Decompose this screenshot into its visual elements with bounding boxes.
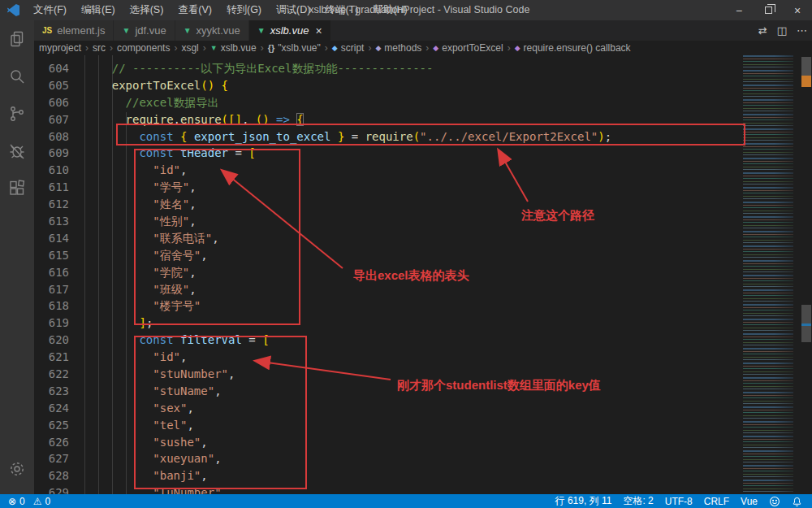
- close-icon: ×: [794, 4, 801, 17]
- tab-bar: JSelement.js▼jdf.vue▼xyykt.vue▼xslb.vue×: [34, 20, 812, 41]
- breadcrumb-item[interactable]: ▼xslb.vue: [210, 42, 257, 54]
- breadcrumb: myproject›src›components›xsgl›▼xslb.vue›…: [39, 41, 770, 55]
- breadcrumb-item[interactable]: myproject: [39, 42, 81, 54]
- status-eol[interactable]: CRLF: [704, 496, 729, 507]
- breadcrumb-item[interactable]: xsgl: [181, 42, 198, 54]
- menu-item[interactable]: 查看(V): [171, 0, 219, 20]
- window-title: xslb.vue - graduationProject - Visual St…: [309, 0, 529, 20]
- source-control-icon[interactable]: [0, 95, 34, 132]
- breadcrumb-item[interactable]: ◆exportToExcel: [433, 42, 503, 54]
- code-line[interactable]: 606 //excel数据导出: [34, 94, 812, 111]
- line-number: 624: [34, 400, 73, 417]
- annotation-box: [116, 124, 745, 145]
- open-changes-button[interactable]: ⇄: [758, 24, 767, 37]
- line-number: 610: [34, 162, 73, 179]
- breadcrumb-label: require.ensure() callback: [524, 42, 631, 54]
- feedback-smiley-icon[interactable]: [769, 496, 780, 507]
- line-number: 605: [34, 77, 73, 94]
- status-error-count[interactable]: ⊗0: [8, 496, 25, 507]
- status-problems[interactable]: ⊗0⚠0: [0, 496, 50, 507]
- breadcrumb-item[interactable]: src: [93, 42, 106, 54]
- restore-button[interactable]: [754, 0, 783, 20]
- tab-close-icon[interactable]: ×: [315, 25, 322, 37]
- debug-icon[interactable]: [0, 132, 34, 170]
- more-actions-button[interactable]: ⋯: [797, 24, 807, 37]
- search-icon[interactable]: [0, 58, 34, 95]
- line-number: 629: [34, 484, 73, 494]
- breadcrumb-item[interactable]: ◆script: [332, 42, 365, 54]
- annotation-label: 刚才那个studentlist数组里面的key值: [397, 378, 601, 393]
- annotation-label: 注意这个路径: [521, 208, 594, 224]
- line-number: 619: [34, 315, 73, 332]
- scrollbar-marker-orange: [801, 76, 811, 87]
- menu-item[interactable]: 编辑(E): [74, 0, 123, 20]
- annotation-box: [134, 336, 307, 489]
- line-number: 623: [34, 383, 73, 400]
- braces-icon: {}: [268, 43, 275, 53]
- chevron-right-icon: ›: [85, 42, 89, 54]
- code-line[interactable]: 604 // ----------以下为导出Excel数据功能---------…: [34, 60, 812, 77]
- annotation-label: 导出excel表格的表头: [353, 268, 469, 284]
- menu-item[interactable]: 转到(G): [219, 0, 269, 20]
- tab-jdf-vue[interactable]: ▼jdf.vue: [114, 20, 174, 41]
- line-number: 628: [34, 467, 73, 484]
- chevron-right-icon: ›: [174, 42, 177, 54]
- breadcrumb-item[interactable]: ◆methods: [375, 42, 421, 54]
- minimap[interactable]: [743, 55, 793, 494]
- line-number: 611: [34, 179, 73, 196]
- status-encoding[interactable]: UTF-8: [665, 496, 693, 507]
- status-count: 0: [45, 496, 51, 507]
- line-number: 620: [34, 332, 73, 349]
- line-number: 621: [34, 349, 73, 366]
- breadcrumb-label: components: [117, 42, 170, 54]
- tab-label: jdf.vue: [135, 24, 166, 37]
- code-line[interactable]: 605 exportToExcel() {: [34, 77, 812, 94]
- status-warning-count[interactable]: ⚠0: [33, 496, 50, 507]
- chevron-right-icon: ›: [203, 42, 206, 54]
- tab-xyykt-vue[interactable]: ▼xyykt.vue: [175, 20, 248, 41]
- breadcrumb-item[interactable]: ◆require.ensure() callback: [515, 42, 631, 54]
- menu-item[interactable]: 文件(F): [26, 0, 74, 20]
- vue-file-icon: ▼: [184, 26, 192, 35]
- close-button[interactable]: ×: [783, 0, 812, 20]
- tab-xslb-vue[interactable]: ▼xslb.vue×: [249, 20, 330, 41]
- status-indentation[interactable]: 空格: 2: [623, 494, 653, 508]
- extensions-icon[interactable]: [0, 170, 34, 207]
- wrench-icon: ◆: [375, 44, 381, 52]
- chevron-right-icon: ›: [261, 42, 264, 54]
- line-number: 625: [34, 417, 73, 434]
- menu-item[interactable]: 选择(S): [123, 0, 171, 20]
- tab-element-js[interactable]: JSelement.js: [34, 20, 113, 41]
- line-number: 612: [34, 196, 73, 213]
- module-icon: ◆: [332, 44, 338, 52]
- window-controls: − ×: [724, 0, 812, 20]
- chevron-right-icon: ›: [110, 42, 113, 54]
- breadcrumb-item[interactable]: {}"xslb.vue": [268, 42, 321, 54]
- status-bar: ⊗0⚠0 行 619, 列 11空格: 2UTF-8CRLFVue: [0, 494, 812, 508]
- status-language-mode[interactable]: Vue: [741, 496, 758, 507]
- explorer-icon[interactable]: [0, 20, 34, 58]
- line-number: 617: [34, 281, 73, 298]
- line-number: 615: [34, 247, 73, 264]
- line-number: 618: [34, 297, 73, 315]
- method-icon: ◆: [515, 44, 520, 52]
- editor-scrollbar[interactable]: [801, 55, 812, 494]
- chevron-right-icon: ›: [325, 42, 328, 54]
- breadcrumb-label: myproject: [39, 42, 81, 54]
- breadcrumb-label: "xslb.vue": [278, 42, 321, 54]
- minimize-icon: −: [736, 4, 742, 17]
- editor-actions: ⇄◫⋯: [758, 20, 807, 41]
- restore-icon: [765, 7, 772, 14]
- split-editor-button[interactable]: ◫: [777, 24, 787, 37]
- settings-gear-icon[interactable]: [0, 450, 34, 488]
- breadcrumb-label: exportToExcel: [442, 42, 503, 54]
- status-cursor-position[interactable]: 行 619, 列 11: [555, 494, 612, 508]
- breadcrumb-item[interactable]: components: [117, 42, 170, 54]
- minimize-button[interactable]: −: [724, 0, 754, 20]
- warning-icon: ⚠: [33, 496, 42, 507]
- javascript-file-icon: JS: [42, 26, 52, 35]
- status-count: 0: [19, 496, 25, 507]
- notifications-bell-icon[interactable]: [792, 496, 802, 507]
- scrollbar-slider[interactable]: [801, 57, 811, 76]
- breadcrumb-label: methods: [384, 42, 421, 54]
